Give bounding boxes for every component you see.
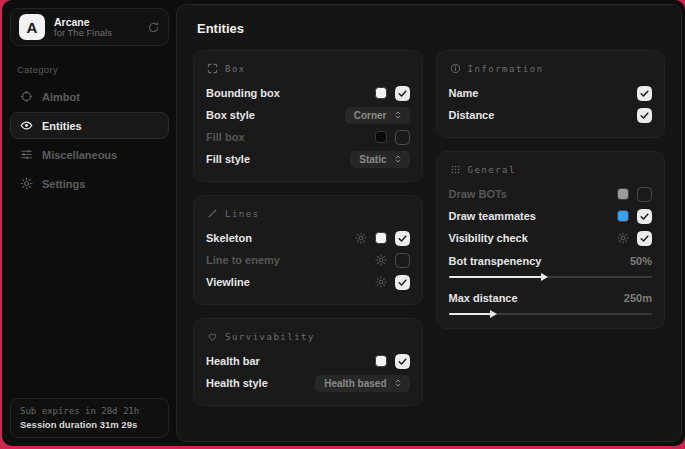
section-title: Survivability: [225, 332, 315, 342]
sidebar-item-label: Settings: [42, 178, 85, 190]
slider-thumb[interactable]: [541, 273, 548, 281]
sub-expiry-text: Sub expires in 28d 21h: [20, 406, 159, 416]
setting-label: Fill style: [206, 153, 250, 165]
setting-row-box-style: Box style Corner: [206, 104, 410, 126]
main-panel: Entities Box Bounding box: [176, 4, 682, 442]
info-icon: [450, 63, 461, 74]
gear-icon[interactable]: [375, 254, 387, 266]
gear-icon[interactable]: [375, 276, 387, 288]
setting-label: Visibility check: [449, 232, 528, 244]
slider-thumb[interactable]: [490, 310, 497, 318]
setting-row-health-bar: Health bar: [206, 350, 410, 372]
gear-icon[interactable]: [617, 232, 629, 244]
setting-label: Health bar: [206, 355, 260, 367]
section-title: Lines: [225, 209, 260, 219]
setting-row-fill-style: Fill style Static: [206, 148, 410, 170]
sidebar-item-miscellaneous[interactable]: Miscellaneous: [10, 141, 169, 168]
sidebar-item-label: Aimbot: [42, 91, 80, 103]
visibility-check-checkbox[interactable]: [637, 231, 652, 246]
sidebar-item-label: Entities: [42, 120, 82, 132]
setting-row-viewline: Viewline: [206, 271, 410, 293]
setting-label: Bounding box: [206, 87, 280, 99]
subscription-info-card: Sub expires in 28d 21h Session duration …: [10, 398, 169, 438]
chevron-up-down-icon: [393, 378, 403, 388]
setting-row-draw-teammates: Draw teammates: [449, 205, 653, 227]
app-window: A Arcane for The Finals Category Aimbot …: [2, 0, 685, 446]
distance-checkbox[interactable]: [637, 108, 652, 123]
setting-row-name: Name: [449, 82, 653, 104]
slider-value: 50%: [630, 255, 652, 267]
setting-row-draw-bots: Draw BOTs: [449, 183, 653, 205]
bot-transparency-slider[interactable]: [449, 276, 653, 278]
setting-row-distance: Distance: [449, 104, 653, 126]
information-section-card: Information Name Distance: [436, 50, 666, 138]
setting-label: Line to enemy: [206, 254, 280, 266]
gear-icon: [20, 177, 33, 190]
line-to-enemy-checkbox[interactable]: [395, 253, 410, 268]
box-section-card: Box Bounding box Box style: [193, 50, 423, 182]
dropdown-value: Static: [359, 154, 386, 165]
viewline-checkbox[interactable]: [395, 275, 410, 290]
lines-section-card: Lines Skeleton Line to en: [193, 195, 423, 305]
bounding-box-checkbox[interactable]: [395, 86, 410, 101]
sidebar-item-label: Miscellaneous: [42, 149, 117, 161]
skeleton-checkbox[interactable]: [395, 231, 410, 246]
health-bar-checkbox[interactable]: [395, 354, 410, 369]
app-name: Arcane: [54, 16, 138, 28]
color-swatch[interactable]: [617, 188, 629, 200]
setting-label: Box style: [206, 109, 255, 121]
heart-icon: [207, 331, 218, 342]
sidebar-item-aimbot[interactable]: Aimbot: [10, 83, 169, 110]
survivability-section-card: Survivability Health bar Health style: [193, 318, 423, 406]
color-swatch[interactable]: [617, 210, 629, 222]
sidebar-item-settings[interactable]: Settings: [10, 170, 169, 197]
setting-label: Viewline: [206, 276, 250, 288]
max-distance-slider[interactable]: [449, 313, 653, 315]
session-duration-text: Session duration 31m 29s: [20, 419, 159, 430]
eye-icon: [20, 119, 33, 132]
slider-label: Bot transpenency: [449, 255, 542, 267]
dropdown-value: Corner: [354, 110, 387, 121]
color-swatch[interactable]: [375, 87, 387, 99]
box-style-dropdown[interactable]: Corner: [345, 107, 410, 124]
fill-style-dropdown[interactable]: Static: [350, 151, 409, 168]
health-style-dropdown[interactable]: Health based: [315, 375, 409, 392]
setting-label: Name: [449, 87, 479, 99]
setting-row-bounding-box: Bounding box: [206, 82, 410, 104]
color-swatch[interactable]: [375, 131, 387, 143]
section-title: Information: [468, 64, 544, 74]
app-logo-card: A Arcane for The Finals: [10, 8, 169, 46]
color-swatch[interactable]: [375, 355, 387, 367]
setting-row-line-to-enemy: Line to enemy: [206, 249, 410, 271]
max-distance-slider-group: Max distance 250m: [449, 289, 653, 315]
draw-bots-checkbox[interactable]: [637, 187, 652, 202]
chevron-up-down-icon: [393, 154, 403, 164]
setting-row-fill-box: Fill box: [206, 126, 410, 148]
sidebar: A Arcane for The Finals Category Aimbot …: [2, 0, 177, 446]
section-title: Box: [225, 64, 246, 74]
line-icon: [207, 208, 218, 219]
bot-transparency-slider-group: Bot transpenency 50%: [449, 252, 653, 278]
setting-row-skeleton: Skeleton: [206, 227, 410, 249]
slider-label: Max distance: [449, 292, 518, 304]
setting-row-health-style: Health style Health based: [206, 372, 410, 394]
refresh-icon[interactable]: [147, 21, 160, 34]
slider-value: 250m: [624, 292, 652, 304]
dropdown-value: Health based: [324, 378, 386, 389]
gear-icon[interactable]: [355, 232, 367, 244]
sidebar-item-entities[interactable]: Entities: [10, 112, 169, 139]
category-label: Category: [17, 64, 169, 75]
chevron-up-down-icon: [393, 110, 403, 120]
app-logo: A: [19, 14, 45, 40]
name-checkbox[interactable]: [637, 86, 652, 101]
setting-label: Skeleton: [206, 232, 252, 244]
grid-icon: [450, 164, 461, 175]
color-swatch[interactable]: [375, 232, 387, 244]
fill-box-checkbox[interactable]: [395, 130, 410, 145]
page-title: Entities: [197, 21, 665, 36]
draw-teammates-checkbox[interactable]: [637, 209, 652, 224]
general-section-card: General Draw BOTs Draw teammates: [436, 151, 666, 329]
corner-brackets-icon: [207, 63, 218, 74]
setting-label: Draw teammates: [449, 210, 536, 222]
app-subtitle: for The Finals: [54, 28, 138, 39]
